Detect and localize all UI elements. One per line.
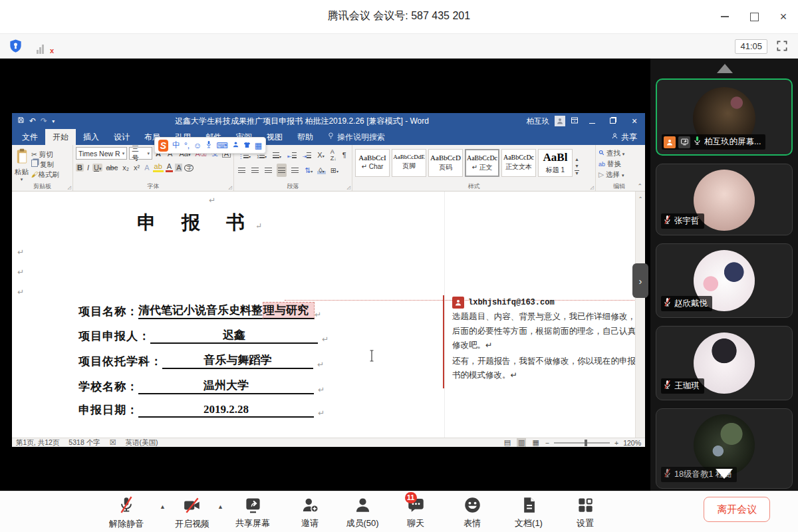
decrease-indent-icon[interactable]: ⇤ <box>286 148 298 162</box>
tab-home[interactable]: 开始 <box>45 129 76 145</box>
tab-file[interactable]: 文件 <box>15 129 45 145</box>
strikethrough-button[interactable]: abc <box>104 164 119 172</box>
font-size-select[interactable]: 三号▾ <box>129 147 152 160</box>
scroll-up-icon[interactable]: ⌃ <box>638 196 643 202</box>
leave-meeting-button[interactable]: 离开会议 <box>704 497 770 522</box>
collapse-ribbon-icon[interactable]: ⌃ <box>637 183 642 190</box>
styles-scroll-up-icon[interactable]: ▲ <box>575 157 579 162</box>
tab-help[interactable]: 帮助 <box>290 129 321 145</box>
show-marks-icon[interactable]: ¶ <box>341 151 348 159</box>
chat-button[interactable]: 11 聊天 <box>392 496 439 529</box>
italic-button[interactable]: I <box>86 164 90 172</box>
cut-button[interactable]: ✂ 剪切 <box>31 150 59 160</box>
sort-icon[interactable]: AZ↓ <box>329 148 338 162</box>
distribute-icon[interactable] <box>290 164 300 177</box>
print-layout-icon[interactable]: ▥ <box>517 438 526 447</box>
maximize-button[interactable] <box>739 0 769 33</box>
language-indicator[interactable]: 英语(美国) <box>126 438 158 448</box>
sogou-logo-icon[interactable]: S <box>158 140 168 152</box>
font-name-select[interactable]: Times New R▾ <box>76 147 127 160</box>
word-user-avatar[interactable] <box>555 116 565 126</box>
members-button[interactable]: 成员(50) <box>339 496 386 529</box>
document-canvas[interactable]: ↵ 申 报 书↵ ↵ ↵ ↵ 项目名称： 清代笔记小说音乐史料整理与研究 ↵ 项… <box>12 192 636 438</box>
redo-icon[interactable]: ↷ <box>41 116 47 126</box>
participant-tile[interactable]: 张宇哲 <box>656 164 793 235</box>
quickaccess-dropdown-icon[interactable]: ▾ <box>52 118 55 124</box>
ime-emoji-icon[interactable]: ☺ <box>194 141 201 150</box>
proofing-icon[interactable]: ☒ <box>110 438 116 447</box>
style-item[interactable]: AaBbCcDdE页脚 <box>392 149 426 177</box>
mic-options-caret[interactable]: ▲ <box>160 503 166 510</box>
style-item[interactable]: AaBbCcI↵ Char <box>355 149 390 177</box>
web-layout-icon[interactable]: ▦ <box>531 438 540 447</box>
zoom-slider-thumb[interactable] <box>585 440 587 446</box>
enclose-char-icon[interactable]: 字 <box>184 164 194 172</box>
settings-button[interactable]: 设置 <box>562 496 608 529</box>
share-button[interactable]: 共享 <box>621 132 637 143</box>
paragraph-dialog-launcher[interactable]: ◿ <box>347 185 350 190</box>
styles-more-icon[interactable]: ▼ <box>575 170 579 176</box>
emoji-button[interactable]: 表情 <box>449 496 495 529</box>
word-count[interactable]: 5318 个字 <box>68 438 100 448</box>
shading-icon[interactable]: ◊▾ <box>317 166 325 174</box>
ime-keyboard-icon[interactable]: ⌨ <box>216 141 227 150</box>
zoom-level[interactable]: 120% <box>623 439 641 447</box>
font-color-icon[interactable]: A <box>166 163 173 172</box>
fullscreen-icon[interactable] <box>775 39 789 55</box>
clipboard-dialog-launcher[interactable]: ◿ <box>68 185 71 190</box>
tell-me-search[interactable]: 操作说明搜索 <box>337 132 385 143</box>
unmute-button[interactable]: 解除静音 <box>103 496 150 530</box>
ribbon-display-options-icon[interactable] <box>571 116 579 126</box>
zoom-in-icon[interactable]: + <box>614 439 618 447</box>
line-spacing-icon[interactable]: ⇅▾ <box>303 166 314 175</box>
participants-scroll-down-icon[interactable] <box>716 469 733 479</box>
word-scrollbar[interactable]: ⌃ <box>635 192 645 438</box>
increase-indent-icon[interactable]: ⇥ <box>301 148 313 162</box>
ime-grid-icon[interactable]: ▦ <box>255 141 262 150</box>
styles-scroll-down-icon[interactable]: ▼ <box>575 164 579 168</box>
read-mode-icon[interactable]: ▤ <box>503 438 512 447</box>
save-icon[interactable] <box>17 116 25 126</box>
select-button[interactable]: ▷ 选择 ▾ <box>598 170 640 180</box>
asian-layout-icon[interactable]: X▾ <box>316 151 325 159</box>
char-shading-icon[interactable]: A <box>175 164 182 172</box>
word-minimize-button[interactable] <box>584 116 600 126</box>
font-dialog-launcher[interactable]: ◿ <box>229 185 232 190</box>
minimize-button[interactable] <box>710 0 739 33</box>
copy-button[interactable]: 复制 <box>31 160 59 170</box>
start-video-button[interactable]: 开启视频 <box>169 496 215 530</box>
ime-punctuation-icon[interactable]: °, <box>184 141 190 150</box>
word-close-button[interactable]: × <box>626 116 642 126</box>
network-status-icon[interactable]: x <box>37 42 53 53</box>
find-button[interactable]: 查找 ▾ <box>598 148 640 159</box>
align-right-icon[interactable] <box>263 164 273 177</box>
zoom-out-icon[interactable]: − <box>545 439 549 447</box>
word-restore-button[interactable] <box>605 116 621 126</box>
ime-chinese-mode-icon[interactable]: 中 <box>172 140 180 151</box>
video-options-caret[interactable]: ▲ <box>217 503 223 510</box>
participant-tile-sharing[interactable]: 柏互玖的屏幕... <box>656 78 793 156</box>
ime-mic-icon[interactable] <box>205 140 212 150</box>
security-shield-icon[interactable] <box>8 39 23 57</box>
paste-button[interactable]: 粘贴 ▾ <box>15 147 29 183</box>
tab-design[interactable]: 设计 <box>106 129 137 145</box>
ime-skin-icon[interactable] <box>243 141 251 150</box>
ime-toolbox-icon[interactable] <box>232 141 239 150</box>
close-button[interactable]: × <box>769 0 798 33</box>
style-item[interactable]: AaBbCcDc正文文本 <box>501 149 536 177</box>
bold-button[interactable]: B <box>76 164 84 172</box>
borders-icon[interactable]: ⊞▾ <box>329 166 340 175</box>
subscript-button[interactable]: x₂ <box>121 164 130 172</box>
tab-insert[interactable]: 插入 <box>76 129 106 145</box>
multilevel-list-icon[interactable]: ▾ <box>271 148 283 162</box>
participants-scroll-up-icon[interactable] <box>717 64 733 73</box>
participant-tile[interactable]: 赵欣戴悦 <box>656 243 793 318</box>
share-screen-button[interactable]: 共享屏幕 <box>229 496 276 529</box>
comment-bubble[interactable]: lxbhjshifq@163.com 选题题目、内容、背景与意义，我已作详细修改… <box>452 297 636 383</box>
sidebar-collapse-tab[interactable]: › <box>632 263 648 298</box>
zoom-slider[interactable] <box>554 442 610 444</box>
docs-button[interactable]: 文档(1) <box>505 496 552 529</box>
style-item-selected[interactable]: AaBbCcDc↵ 正文 <box>465 149 499 177</box>
styles-dialog-launcher[interactable]: ◿ <box>591 185 594 190</box>
participant-tile[interactable]: 王珈琪 <box>656 326 793 400</box>
